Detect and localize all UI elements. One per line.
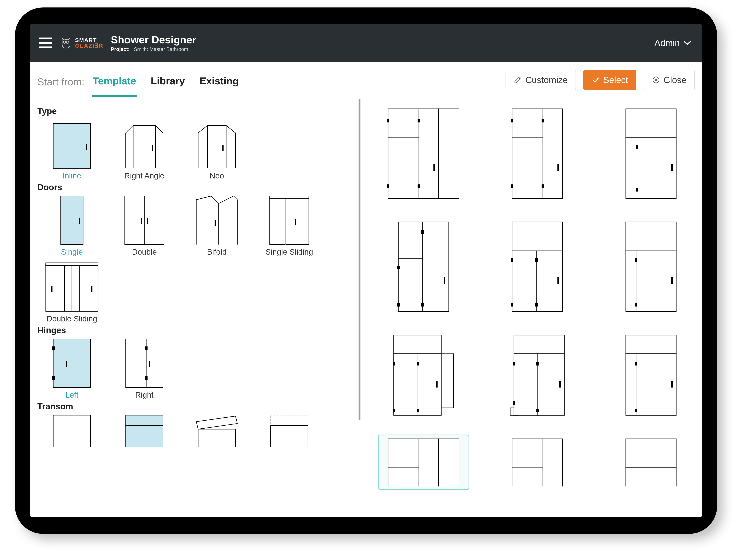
doors-double-label: Double (132, 247, 157, 257)
preview-card-3[interactable] (605, 105, 697, 203)
start-tabs: Template Library Existing (92, 67, 239, 97)
svg-rect-43 (126, 415, 163, 425)
svg-rect-100 (417, 409, 419, 412)
transom-option-1[interactable] (37, 412, 106, 447)
svg-rect-114 (635, 362, 637, 366)
select-label: Select (603, 75, 628, 85)
hinges-option-right[interactable]: Right (110, 336, 179, 399)
svg-rect-11 (223, 145, 224, 151)
transom-angled-icon (192, 413, 241, 447)
svg-rect-124 (626, 439, 676, 468)
preview-thumb-icon (511, 108, 563, 199)
svg-rect-37 (126, 339, 163, 388)
svg-rect-69 (636, 145, 638, 149)
svg-rect-17 (147, 218, 148, 224)
svg-rect-40 (145, 376, 148, 380)
preview-card-7[interactable] (378, 331, 469, 420)
svg-rect-68 (671, 164, 673, 170)
toolbar: Start from: Template Library Existing Cu… (30, 61, 702, 97)
transom-option-4[interactable] (255, 412, 324, 447)
preview-card-4[interactable] (378, 218, 469, 316)
svg-rect-74 (397, 266, 400, 269)
tab-library[interactable]: Library (150, 67, 186, 97)
svg-rect-79 (512, 222, 563, 251)
close-button[interactable]: Close (644, 70, 695, 90)
preview-card-5[interactable] (492, 218, 583, 316)
svg-rect-30 (51, 286, 52, 292)
svg-rect-113 (636, 354, 676, 415)
preview-card-12[interactable] (605, 434, 697, 490)
transom-row (37, 412, 355, 447)
type-option-right-angle[interactable]: Right Angle (110, 117, 179, 180)
transom-heading: Transom (37, 401, 355, 411)
svg-rect-20 (270, 198, 309, 244)
preview-card-10[interactable] (378, 434, 469, 490)
transom-option-3[interactable] (182, 412, 251, 447)
double-sliding-icon (44, 261, 100, 313)
doors-single-label: Single (61, 247, 83, 257)
svg-rect-64 (542, 184, 544, 188)
svg-rect-49 (438, 109, 459, 198)
hinges-option-left[interactable]: Left (37, 336, 106, 399)
svg-rect-34 (52, 346, 55, 350)
pane-divider[interactable] (359, 99, 361, 420)
doors-option-single[interactable]: Single (37, 193, 106, 257)
transom-none-icon (50, 413, 94, 447)
svg-rect-107 (513, 401, 515, 405)
single-sliding-icon (268, 194, 311, 246)
type-heading: Type (37, 106, 355, 116)
customize-button[interactable]: Customize (506, 70, 576, 90)
svg-rect-84 (535, 258, 538, 262)
preview-card-1[interactable] (378, 105, 469, 203)
preview-card-8[interactable] (492, 331, 583, 420)
title-block: Shower Designer Project: Smith: Master B… (111, 34, 196, 52)
doors-option-double-sliding[interactable]: Double Sliding (37, 260, 106, 323)
svg-rect-5 (86, 144, 87, 150)
svg-rect-125 (626, 468, 637, 486)
doors-option-bifold[interactable]: Bifold (182, 193, 251, 257)
select-button[interactable]: Select (584, 70, 636, 90)
doors-option-single-sliding[interactable]: Single Sliding (255, 193, 324, 257)
svg-rect-62 (511, 184, 513, 188)
preview-card-2[interactable] (492, 105, 583, 203)
svg-rect-31 (91, 286, 93, 292)
admin-menu[interactable]: Admin (654, 38, 693, 48)
hamburger-menu-button[interactable] (39, 37, 52, 48)
transom-option-2[interactable] (110, 412, 179, 447)
svg-rect-89 (636, 251, 676, 312)
owl-icon (60, 36, 73, 49)
svg-rect-111 (626, 335, 676, 354)
svg-rect-67 (637, 138, 676, 198)
svg-rect-47 (271, 425, 308, 447)
svg-rect-26 (46, 263, 98, 265)
preview-thumb-icon (393, 334, 454, 416)
svg-rect-60 (558, 164, 559, 170)
preview-thumb-icon (387, 108, 460, 199)
svg-rect-44 (126, 425, 163, 447)
bifold-door-icon (192, 194, 241, 246)
hinge-left-icon (51, 337, 93, 390)
svg-rect-52 (434, 164, 435, 170)
svg-rect-70 (636, 188, 638, 191)
svg-rect-78 (444, 277, 445, 284)
svg-rect-88 (626, 251, 636, 312)
preview-card-6[interactable] (605, 218, 697, 316)
tab-existing[interactable]: Existing (199, 67, 239, 97)
svg-rect-66 (626, 138, 637, 198)
preview-card-11[interactable] (492, 434, 583, 490)
customize-label: Customize (525, 75, 568, 85)
svg-rect-8 (152, 145, 153, 151)
preview-card-9[interactable] (605, 331, 697, 420)
svg-rect-56 (418, 184, 420, 188)
doors-option-double[interactable]: Double (110, 193, 179, 257)
svg-rect-109 (536, 409, 539, 412)
svg-rect-118 (438, 439, 459, 486)
svg-rect-115 (635, 409, 637, 412)
svg-rect-110 (559, 381, 561, 388)
svg-rect-13 (79, 218, 80, 224)
svg-rect-99 (417, 362, 419, 366)
tab-template[interactable]: Template (92, 67, 137, 97)
type-option-neo[interactable]: Neo (182, 117, 251, 180)
app-header: SMART GLAZIƎR Shower Designer Project: S… (30, 24, 702, 61)
type-option-inline[interactable]: Inline (37, 117, 106, 180)
